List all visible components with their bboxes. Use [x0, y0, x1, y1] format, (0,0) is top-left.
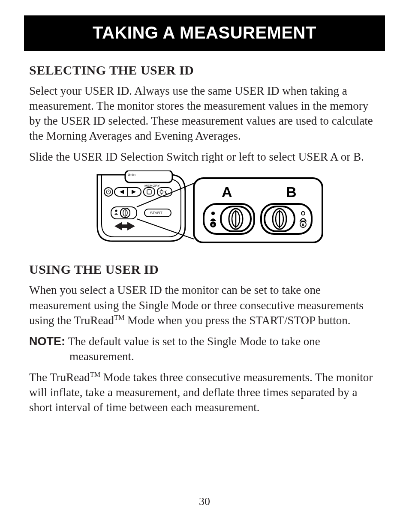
trademark-symbol: TM	[90, 371, 100, 379]
section-heading-selecting: SELECTING THE USER ID	[29, 63, 380, 78]
paragraph: The TruReadTM Mode takes three consecuti…	[29, 370, 380, 415]
memory-label: MEMORY	[144, 184, 160, 188]
paragraph: Slide the USER ID Selection Switch right…	[29, 149, 380, 164]
memory-button-icon	[144, 188, 155, 196]
device-illustration: /min MEMORY	[97, 170, 185, 241]
page-number: 30	[0, 495, 409, 508]
note-label: NOTE:	[29, 335, 65, 348]
trademark-symbol: TM	[114, 314, 124, 322]
manual-page: TAKING A MEASUREMENT SELECTING THE USER …	[0, 0, 409, 532]
user-id-switch-diagram: /min MEMORY	[29, 170, 380, 252]
diagram-svg: /min MEMORY	[84, 170, 325, 252]
section-heading-using: USING THE USER ID	[29, 262, 380, 277]
user-b-label: B	[286, 184, 297, 200]
zoom-panel: A B A	[194, 178, 322, 242]
svg-text:A: A	[212, 223, 214, 227]
svg-point-16	[211, 212, 215, 215]
page-title: TAKING A MEASUREMENT	[93, 23, 316, 42]
user-a-label: A	[222, 184, 232, 200]
page-title-bar: TAKING A MEASUREMENT	[24, 15, 385, 51]
page-content: SELECTING THE USER ID Select your USER I…	[24, 63, 385, 415]
per-min-label: /min	[128, 173, 135, 177]
svg-text:B: B	[302, 223, 304, 227]
paragraph: When you select a USER ID the monitor ca…	[29, 283, 380, 328]
start-label: START	[150, 211, 162, 215]
note-block: NOTE: The default value is set to the Si…	[29, 334, 380, 364]
svg-point-9	[115, 210, 117, 212]
paragraph: Select your USER ID. Always use the same…	[29, 84, 380, 143]
